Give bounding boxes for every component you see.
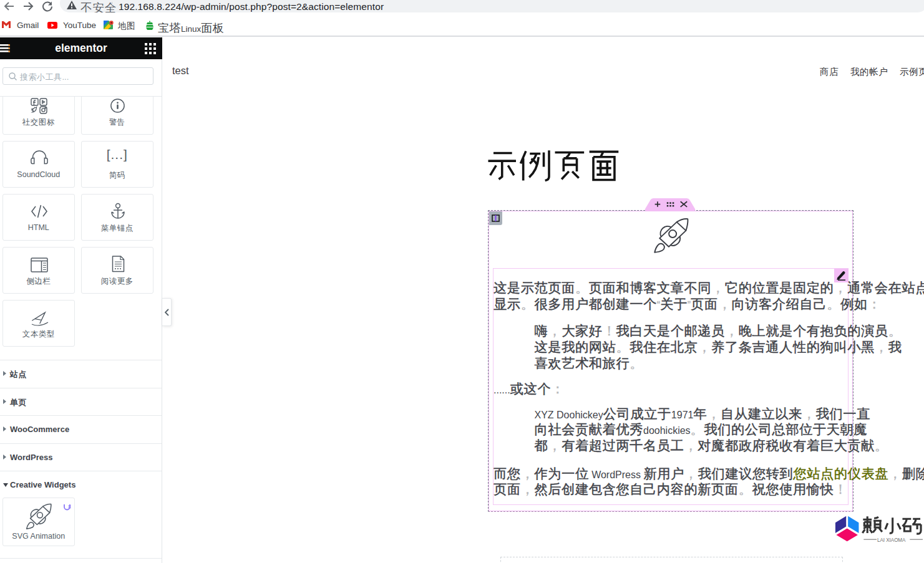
svg-text:LAI XIAOMA: LAI XIAOMA (877, 537, 906, 543)
